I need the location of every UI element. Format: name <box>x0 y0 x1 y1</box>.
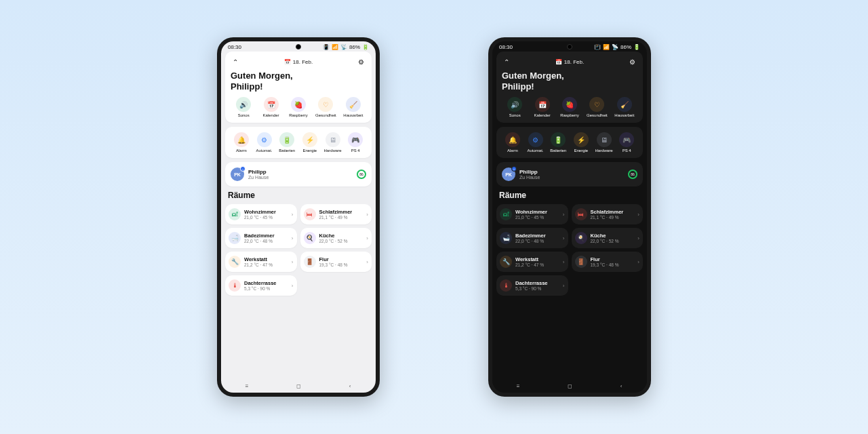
nav-back[interactable]: ‹ <box>616 381 626 391</box>
quick-item-hardware[interactable]: 🖥Hardware <box>322 132 344 153</box>
person-card[interactable]: PK ⌂ Philipp Zu Hause 86 <box>496 162 643 186</box>
quick-item-sonos[interactable]: 🔊Sonos <box>502 97 528 117</box>
quick-item-hausarbeit[interactable]: 🧹Hausarbeit <box>340 97 366 117</box>
room-grid: 🛋Wohnzimmer21,0 °C · 45 %›🛏Schlafzimmer2… <box>225 204 372 296</box>
screen-light: 08:30 📳 📶 📡 86% 🔋 ⌃ 📅 18. Feb. ⚙ <box>221 41 376 393</box>
vibrate-icon: 📳 <box>323 44 330 50</box>
room-icon: 🔧 <box>500 256 512 268</box>
quick-item-gesundheit[interactable]: ♡Gesundheit <box>584 97 610 117</box>
room-card-badezimmer[interactable]: 🛁Badezimmer22,0 °C · 48 %› <box>496 228 568 248</box>
room-stats: 21,2 °C · 47 % <box>515 262 559 267</box>
quick-item-ps 4[interactable]: 🎮PS 4 <box>616 132 637 153</box>
quick-item-alarm[interactable]: 🔔Alarm <box>502 132 524 153</box>
person-location: Zu Hause <box>248 175 353 180</box>
chevron-right-icon: › <box>563 235 565 241</box>
room-card-dachterrasse[interactable]: 🌡Dachterrasse5,3 °C · 90 %› <box>496 275 568 296</box>
vibrate-icon: 📳 <box>594 44 601 50</box>
room-icon: 🚪 <box>304 256 316 268</box>
quick-label: Alarm <box>507 149 518 153</box>
room-card-schlafzimmer[interactable]: 🛏Schlafzimmer21,1 °C · 49 %› <box>572 204 644 224</box>
nav-home[interactable]: ◻ <box>565 381 574 391</box>
camera-hole <box>567 44 572 50</box>
quick-label: PS 4 <box>351 149 360 153</box>
nav-recents[interactable]: ≡ <box>242 381 252 391</box>
quick-label: Automat. <box>256 149 273 153</box>
chevron-right-icon: › <box>292 212 294 218</box>
collapse-button[interactable]: ⌃ <box>502 57 511 66</box>
quick-item-batterien[interactable]: 🔋Batterien <box>547 132 569 153</box>
sonos-icon: 🔊 <box>507 97 522 112</box>
quick-item-batterien[interactable]: 🔋Batterien <box>276 132 298 153</box>
quick-label: Hardware <box>595 149 613 153</box>
quick-item-kalender[interactable]: 📅Kalender <box>258 97 283 117</box>
room-icon: 🔧 <box>229 256 241 268</box>
room-card-wohnzimmer[interactable]: 🛋Wohnzimmer21,0 °C · 45 %› <box>225 204 297 224</box>
chevron-right-icon: › <box>637 212 639 218</box>
room-name: Werkstatt <box>515 256 559 262</box>
quick-item-automat.[interactable]: ⚙Automat. <box>254 132 275 153</box>
date-chip[interactable]: 📅 18. Feb. <box>555 59 584 65</box>
room-name: Badezimmer <box>244 233 288 239</box>
person-location: Zu Hause <box>519 175 624 180</box>
room-icon: 🛋 <box>229 208 241 220</box>
ps 4-icon: 🎮 <box>348 132 363 147</box>
quick-label: Batterien <box>550 149 566 153</box>
date-chip[interactable]: 📅 18. Feb. <box>284 59 313 65</box>
chevron-right-icon: › <box>563 259 565 265</box>
nav-back[interactable]: ‹ <box>345 381 355 391</box>
quick-item-sonos[interactable]: 🔊Sonos <box>231 97 256 117</box>
quick-label: Hausarbeit <box>343 113 363 117</box>
raspberry-icon: 🍓 <box>562 97 577 112</box>
room-card-flur[interactable]: 🚪Flur19,3 °C · 48 %› <box>572 252 644 272</box>
nav-bar: ≡ ◻ ‹ <box>492 379 647 393</box>
quick-card-2: 🔔Alarm⚙Automat.🔋Batterien⚡Energie🖥Hardwa… <box>496 127 643 158</box>
room-card-dachterrasse[interactable]: 🌡Dachterrasse5,3 °C · 90 %› <box>225 275 297 296</box>
quick-item-kalender[interactable]: 📅Kalender <box>529 97 555 117</box>
chevron-right-icon: › <box>637 235 639 241</box>
room-card-küche[interactable]: 🍳Küche22,0 °C · 52 %› <box>572 228 644 248</box>
energie-icon: ⚡ <box>302 132 317 147</box>
quick-item-energie[interactable]: ⚡Energie <box>570 132 592 153</box>
room-card-werkstatt[interactable]: 🔧Werkstatt21,2 °C · 47 %› <box>496 252 568 272</box>
quick-item-energie[interactable]: ⚡Energie <box>299 132 321 153</box>
content: ⌃ 📅 18. Feb. ⚙ Guten Morgen, Philipp! 🔊S… <box>221 52 376 377</box>
quick-item-raspberry[interactable]: 🍓Raspberry <box>557 97 583 117</box>
room-card-küche[interactable]: 🍳Küche22,0 °C · 52 %› <box>300 228 372 248</box>
room-stats: 21,1 °C · 49 % <box>319 215 363 220</box>
quick-label: Energie <box>303 149 317 153</box>
battery-ring-icon: 86 <box>628 170 637 179</box>
quick-item-gesundheit[interactable]: ♡Gesundheit <box>313 97 338 117</box>
room-name: Dachterrasse <box>515 280 559 286</box>
avatar: PK ⌂ <box>502 167 515 181</box>
room-stats: 22,0 °C · 48 % <box>244 239 288 243</box>
kalender-icon: 📅 <box>264 97 279 112</box>
quick-item-alarm[interactable]: 🔔Alarm <box>231 132 252 153</box>
room-card-flur[interactable]: 🚪Flur19,3 °C · 48 %› <box>300 252 372 272</box>
room-icon: 🍳 <box>304 232 316 244</box>
quick-item-hardware[interactable]: 🖥Hardware <box>593 132 615 153</box>
quick-item-raspberry[interactable]: 🍓Raspberry <box>285 97 311 117</box>
quick-label: Raspberry <box>560 113 579 117</box>
settings-button[interactable]: ⚙ <box>628 57 637 66</box>
collapse-button[interactable]: ⌃ <box>231 57 240 66</box>
alarm-icon: 🔔 <box>505 132 520 147</box>
quick-item-automat.[interactable]: ⚙Automat. <box>525 132 547 153</box>
nav-recents[interactable]: ≡ <box>513 381 523 391</box>
wifi-icon: 📶 <box>603 44 610 50</box>
room-card-schlafzimmer[interactable]: 🛏Schlafzimmer21,1 °C · 49 %› <box>300 204 372 224</box>
room-card-wohnzimmer[interactable]: 🛋Wohnzimmer21,0 °C · 45 %› <box>496 204 568 224</box>
nav-home[interactable]: ◻ <box>294 381 303 391</box>
room-icon: 🍳 <box>575 232 587 244</box>
room-grid: 🛋Wohnzimmer21,0 °C · 45 %›🛏Schlafzimmer2… <box>496 204 643 296</box>
room-card-badezimmer[interactable]: 🛁Badezimmer22,0 °C · 48 %› <box>225 228 297 248</box>
greeting-card: ⌃ 📅 18. Feb. ⚙ Guten Morgen, Philipp! 🔊S… <box>496 52 643 123</box>
quick-item-ps 4[interactable]: 🎮PS 4 <box>344 132 366 153</box>
person-card[interactable]: PK ⌂ Philipp Zu Hause 86 <box>225 162 372 186</box>
room-card-werkstatt[interactable]: 🔧Werkstatt21,2 °C · 47 %› <box>225 252 297 272</box>
battery-text: 86% <box>620 44 631 50</box>
room-stats: 21,1 °C · 49 % <box>591 215 635 220</box>
quick-label: Sonos <box>509 113 521 117</box>
automat.-icon: ⚙ <box>528 132 543 147</box>
settings-button[interactable]: ⚙ <box>357 57 366 66</box>
quick-item-hausarbeit[interactable]: 🧹Hausarbeit <box>612 97 637 117</box>
